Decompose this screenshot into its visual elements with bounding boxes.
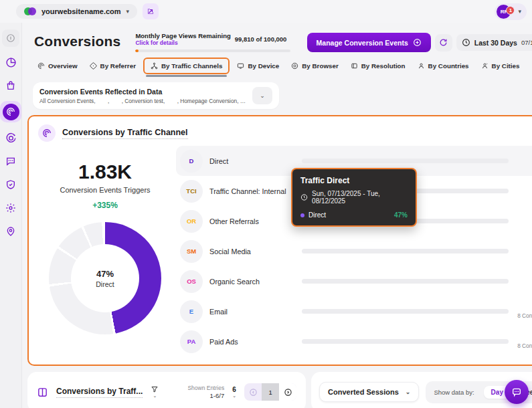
channel-label: Email (209, 308, 295, 316)
channel-row-social-media[interactable]: SM Social Media 9.15% 167 Conversion Eve… (176, 236, 532, 266)
tab-by-referrer[interactable]: By Referrer (85, 59, 141, 73)
channel-bar (302, 249, 509, 253)
arrow-right-icon (284, 388, 292, 397)
series-dot-icon (300, 213, 304, 217)
table-toolbar-card: Conversions by Traff... ⌄ Shown Entries … (27, 372, 306, 408)
page-header: Conversions Monthly Page Views Remaining… (27, 27, 532, 54)
sidebar-item-privacy[interactable] (3, 177, 19, 193)
table-title: Conversions by Traff... (56, 387, 143, 398)
quota-block: Monthly Page Views Remaining Click for d… (135, 32, 290, 52)
chat-fab-button[interactable] (505, 380, 529, 404)
device-icon (237, 62, 244, 70)
referrer-icon (90, 62, 97, 70)
sidebar (0, 23, 22, 408)
refresh-icon (439, 38, 448, 47)
sidebar-item-conversions-active[interactable] (0, 101, 21, 122)
banner-title: Conversion Events Reflected in Data (39, 88, 247, 96)
open-website-button[interactable] (143, 3, 159, 19)
channel-percent: 0.44% (515, 334, 532, 342)
tooltip-date: Sun, 07/13/2025 - Tue, 08/12/2025 (312, 190, 408, 205)
date-range-selector[interactable]: Last 30 Days 07/13/2025 - 08/12/2025 ⌄ (456, 34, 532, 51)
refresh-button[interactable] (435, 34, 452, 52)
channel-row-organic-search[interactable]: OS Organic Search 6.03% 110 Conversion E… (176, 266, 532, 296)
donut-chart[interactable]: 47% Direct (49, 222, 161, 334)
channel-label: Other Referrals (209, 217, 295, 225)
sidebar-item-goals[interactable] (3, 130, 19, 146)
chevron-down-icon: ▾ (126, 8, 130, 15)
tab-by-resolution[interactable]: By Resolution (346, 59, 410, 73)
total-label: Conversion Events Triggers (60, 186, 150, 194)
chevron-down-icon: ⌄ (153, 393, 157, 399)
conversions-by-traffic-channel-card: Conversions by Traffic Channel ⌄ 1.83K C… (27, 115, 532, 366)
next-page-button[interactable] (279, 383, 296, 401)
donut-center-label: Direct (96, 280, 114, 288)
current-page[interactable]: 1 (262, 383, 279, 401)
chevron-down-icon: ▾ (518, 8, 521, 15)
channel-label: Paid Ads (209, 338, 295, 346)
tab-by-device[interactable]: By Device (232, 59, 284, 73)
channel-percent: 11.3% (515, 209, 532, 217)
resolution-icon (351, 62, 358, 70)
shown-entries: Shown Entries 1-6/7 (187, 385, 224, 399)
notification-badge: 1 (506, 6, 515, 15)
channel-count: 110 Conversion Events Triggers (515, 278, 532, 293)
website-selector[interactable]: yourwebsitename.com ▾ (16, 4, 137, 19)
conversions-icon (6, 107, 15, 116)
gear-icon (5, 203, 16, 213)
sidebar-item-ecommerce[interactable] (3, 78, 19, 94)
tab-by-browser[interactable]: By Browser (286, 59, 343, 73)
shopping-bag-icon (5, 80, 16, 91)
channel-row-email[interactable]: E Email 0.44% 8 Conversion Events Trigge… (176, 296, 532, 326)
sidebar-item-feedback[interactable] (3, 153, 19, 169)
channel-percent: 0.44% (515, 304, 532, 312)
website-name: yourwebsitename.com (41, 7, 121, 15)
banner-subtitle: All Conversion Events, , , Conversion te… (39, 98, 247, 104)
tabs-row: Overview By Referrer By Traffic Channels… (27, 54, 532, 77)
channel-bar (302, 159, 509, 163)
tab-by-cities[interactable]: By Cities (476, 59, 525, 73)
tab-overview[interactable]: Overview (33, 59, 82, 73)
table-icon (37, 387, 48, 398)
arrow-left-icon (249, 388, 258, 397)
total-value: 1.83K (78, 161, 132, 183)
tab-by-utm-campaign[interactable]: By UTM Campaign (527, 59, 532, 73)
tab-by-traffic-channels[interactable]: By Traffic Channels (143, 58, 230, 74)
quota-details-link[interactable]: Click for details (135, 39, 230, 46)
user-menu[interactable]: RF 1 ▾ (495, 3, 527, 20)
show-data-by-label: Show data by: (434, 389, 474, 396)
sidebar-item-analytics[interactable] (3, 54, 19, 70)
donut-center: 47% Direct (71, 244, 139, 312)
page-title: Conversions (34, 33, 120, 49)
site-logo-icon (24, 7, 36, 16)
channel-count: 167 Conversion Events Triggers (515, 248, 532, 263)
page-size-selector[interactable]: 6 ⌄ (232, 386, 236, 399)
table-filter-button[interactable]: ⌄ (151, 385, 159, 399)
main-content: Conversions Monthly Page Views Remaining… (22, 23, 532, 408)
channel-label: Traffic Channel: Internal (209, 187, 295, 195)
channel-count: 8 Conversion Events Triggers (515, 342, 532, 350)
channel-initials: E (180, 300, 203, 323)
manage-conversion-events-button[interactable]: Manage Conversion Events (307, 33, 431, 52)
cities-icon (481, 62, 489, 70)
channel-row-paid-ads[interactable]: PA Paid Ads 0.44% 8 Conversion Events Tr… (176, 326, 532, 356)
channel-label: Direct (209, 157, 295, 165)
sidebar-item-settings[interactable] (3, 200, 19, 216)
channel-count: 857 Conversion Events Triggers (515, 158, 532, 173)
channel-initials: OR (180, 210, 203, 233)
sidebar-item-locations[interactable] (3, 223, 19, 239)
channel-count: 207 Conversion Events Triggers (515, 218, 532, 233)
channel-initials: D (180, 150, 203, 173)
card-title: Conversions by Traffic Channel (62, 128, 188, 139)
banner-expand-button[interactable]: ⌄ (252, 87, 272, 104)
channel-percent: 9.15% (515, 239, 532, 247)
pie-chart-icon (5, 57, 17, 68)
tab-by-countries[interactable]: By Countries (413, 59, 474, 73)
period-label: Last 30 Days (474, 39, 517, 47)
metric-dropdown[interactable]: Converted Sessions ⌄ (319, 382, 419, 402)
sidebar-collapse-button[interactable] (2, 29, 19, 47)
traffic-channels-icon (151, 62, 158, 70)
chart-controls-card: Converted Sessions ⌄ Show data by: Day W… (311, 372, 532, 408)
chart-tooltip: Traffic Direct Sun, 07/13/2025 - Tue, 08… (291, 168, 417, 227)
previous-page-button[interactable] (244, 383, 262, 401)
chevron-down-icon: ⌄ (406, 389, 411, 395)
